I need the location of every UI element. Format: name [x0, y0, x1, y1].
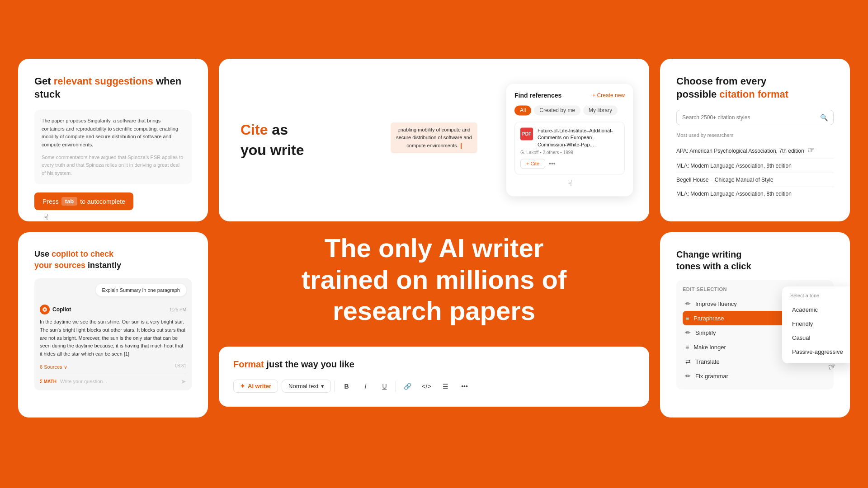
reference-item: PDF Future-of-Life-Institute–Additional-… [514, 122, 625, 174]
more-button[interactable]: ••• [457, 379, 472, 394]
copilot-header: Copilot 1:25 PM [40, 305, 186, 314]
sources-tag[interactable]: 6 Sources ∨ [40, 364, 67, 370]
math-label[interactable]: Σ MATH [40, 379, 57, 384]
edit-item-fix-grammar[interactable]: ✏ Fix grammar [683, 369, 827, 383]
citation-list: APA: American Psychological Association,… [676, 141, 834, 201]
cursor-hand-icon: ☞ [827, 361, 837, 373]
copilot-logo: Copilot [40, 305, 71, 314]
fix-grammar-icon: ✏ [685, 372, 691, 380]
code-button[interactable]: </> [419, 379, 434, 394]
center-col-bottom: The only AI writer trained on millions o… [219, 232, 649, 418]
tone-academic[interactable]: Academic [787, 303, 850, 317]
find-references-panel: Find references + Create new All Created… [506, 84, 633, 196]
tab-my-library[interactable]: My library [583, 105, 618, 115]
citation-item-1[interactable]: MLA: Modern Language Association, 9th ed… [676, 159, 834, 173]
autocomplete-bar: Press tab to autocomplete [34, 192, 133, 210]
tone-friendly[interactable]: Friendly [787, 317, 850, 331]
tab-key: tab [61, 197, 78, 206]
tab-all[interactable]: All [514, 105, 531, 115]
most-used-label: Most used by researchers [676, 132, 834, 138]
chevron-down-icon: ▾ [321, 383, 324, 389]
ref-pdf-icon: PDF [520, 127, 533, 140]
cursor-icon: ☟ [43, 212, 192, 221]
simplify-icon: ✏ [685, 329, 691, 336]
send-icon[interactable]: ➤ [181, 378, 186, 385]
tone-passive-aggressive[interactable]: Passive-aggressive [787, 345, 850, 359]
toolbar: ✦ AI writer Normal text ▾ B I U 🔗 </> ☰ … [233, 379, 635, 394]
ai-writer-button[interactable]: ✦ AI writer [233, 380, 278, 393]
tone-casual[interactable]: Casual [787, 331, 850, 345]
citation-search-bar[interactable]: 🔍 [676, 110, 834, 125]
copilot-title: Use copilot to check your sources instan… [34, 249, 192, 271]
translate-icon: ⇄ [685, 358, 691, 365]
card-writing-tones: Change writing tones with a click Edit s… [660, 232, 850, 418]
underline-button[interactable]: U [377, 379, 392, 394]
toolbar-divider-2 [396, 381, 396, 392]
main-grid: Get relevant suggestions when stuck The … [18, 59, 850, 429]
citation-search-input[interactable] [682, 114, 816, 121]
make-longer-icon: ≡ [685, 343, 689, 351]
tab-created-by-me[interactable]: Created by me [534, 105, 580, 115]
format-card: Format just the way you like ✦ AI writer… [219, 347, 649, 407]
normal-text-button[interactable]: Normal text ▾ [282, 380, 331, 393]
list-button[interactable]: ☰ [438, 379, 453, 394]
highlighted-excerpt: enabling mobility of compute and secure … [391, 122, 477, 154]
cite-button[interactable]: + Cite [520, 159, 545, 169]
cite-text: Cite as you write [241, 120, 304, 160]
panel-tabs: All Created by me My library [514, 105, 625, 115]
citation-title: Choose from every possible citation form… [676, 75, 834, 101]
italic-button[interactable]: I [358, 379, 373, 394]
citation-item-0[interactable]: APA: American Psychological Association,… [676, 141, 834, 159]
sparkle-icon: ✦ [240, 383, 245, 389]
chat-prompt: Explain Summary in one paragraph [96, 284, 186, 296]
improve-icon: ✏ [685, 300, 691, 307]
search-icon: 🔍 [820, 114, 828, 121]
tone-dropdown: Select a tone Academic Friendly Casual P… [782, 286, 850, 363]
more-options[interactable]: ••• [549, 160, 556, 168]
drag-cursor-icon: ☟ [514, 178, 625, 188]
citation-item-2[interactable]: Begell House – Chicago Manual of Style [676, 173, 834, 187]
format-title: Format just the way you like [233, 359, 635, 370]
link-button[interactable]: 🔗 [400, 379, 415, 394]
paraphrase-icon: ≡ [685, 314, 689, 322]
card-suggestions-title: Get relevant suggestions when stuck [34, 75, 192, 101]
chat-placeholder: Write your question... [60, 379, 181, 384]
card-citation-format: Choose from every possible citation form… [660, 59, 850, 221]
cursor-pointer-icon: ☞ [807, 145, 815, 155]
tone-dropdown-title: Select a tone [787, 291, 850, 300]
copilot-response: In the daytime we see the sun shine. Our… [40, 318, 186, 358]
card-cite: enabling mobility of compute and secure … [219, 59, 649, 221]
chat-input-area: Σ MATH Write your question... ➤ [40, 374, 186, 385]
tones-title: Change writing tones with a click [676, 249, 834, 272]
citation-item-3[interactable]: MLA: Modern Language Association, 8th ed… [676, 187, 834, 201]
card-copilot: Use copilot to check your sources instan… [18, 232, 208, 418]
card-suggestions: Get relevant suggestions when stuck The … [18, 59, 208, 221]
bold-button[interactable]: B [339, 379, 354, 394]
chat-container: Explain Summary in one paragraph Copilot… [34, 278, 192, 390]
toolbar-divider [335, 381, 335, 392]
copilot-icon [40, 305, 50, 314]
hero-heading: The only AI writer trained on millions o… [219, 232, 649, 327]
doc-preview: The paper proposes Singularity, a softwa… [34, 110, 192, 184]
